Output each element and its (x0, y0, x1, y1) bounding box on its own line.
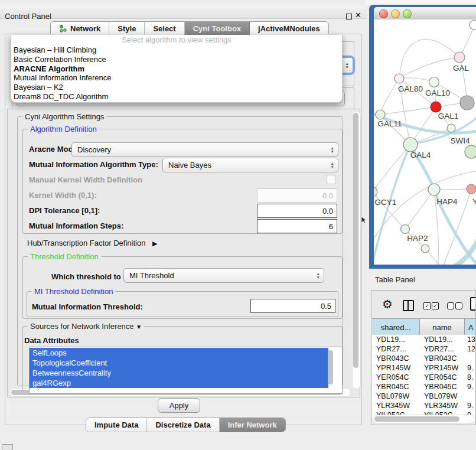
network-node[interactable] (454, 52, 465, 63)
dropdown-item[interactable]: Basic Correlation Inference (11, 55, 342, 64)
tab-cyni-toolbox[interactable]: Cyni Toolbox (185, 22, 250, 35)
table-panel-window: ⚙ ✓ ✓ shared... name A YDL19... YDL19...… (371, 290, 476, 425)
tab-style[interactable]: Style (109, 22, 145, 35)
tab-jactivemnodules-label: jActiveMNodules (258, 24, 320, 33)
data-attributes-list[interactable]: SelfLoops TopologicalCoefficient Between… (29, 347, 343, 394)
aracne-mode-combobox[interactable]: Discovery ▲▼ (71, 142, 338, 157)
cell: YER054C (420, 373, 465, 381)
select-all-checkbox-icon[interactable]: ✓ (432, 302, 439, 309)
dropdown-item-selected[interactable]: ARACNE Algorithm (11, 64, 342, 74)
network-node[interactable] (421, 244, 429, 253)
column-header-shared-name[interactable]: shared... (372, 319, 420, 335)
tab-infer-network[interactable]: Infer Network (220, 418, 285, 432)
dropdown-item[interactable]: Mutual Information Inference (11, 73, 342, 83)
mi-type-combobox[interactable]: Naive Bayes ▲▼ (162, 158, 338, 172)
which-threshold-combobox[interactable]: MI Threshold ▲▼ (123, 268, 324, 283)
collapsed-panel-icon[interactable] (2, 444, 13, 450)
network-canvas[interactable]: GALGAL80GAL10GAL1GAL11SWI4GAL4GCY1HAP4YH… (374, 19, 476, 265)
list-item[interactable]: gal4RGexp (30, 378, 328, 388)
expand-right-icon[interactable]: ▶ (152, 240, 157, 247)
tab-network[interactable]: Network (51, 22, 109, 35)
close-window-icon[interactable] (379, 9, 388, 18)
manual-kernel-label: Manual Kernel Width Definition (29, 175, 142, 184)
table-row[interactable]: YBR043C YBR043C (372, 354, 476, 363)
cell: YBR043C (420, 354, 465, 363)
gear-icon[interactable]: ⚙ (382, 298, 393, 310)
network-node[interactable] (467, 184, 476, 194)
list-item[interactable]: SelfLoops (30, 348, 328, 358)
which-threshold-value: MI Threshold (129, 271, 174, 280)
table-row[interactable]: YPR145W YPR145W 9. (372, 363, 476, 373)
network-edge[interactable] (405, 190, 434, 229)
tab-infer-network-label: Infer Network (228, 420, 277, 429)
tab-impute-data[interactable]: Impute Data (86, 418, 147, 432)
zoom-window-icon[interactable] (403, 9, 412, 18)
collapse-down-icon[interactable]: ▼ (136, 324, 142, 330)
select-all-checkbox-icon[interactable]: ✓ (423, 302, 431, 309)
network-node[interactable] (470, 20, 476, 30)
tab-discretize-data[interactable]: Discretize Data (147, 418, 219, 432)
mi-threshold-field[interactable]: 0.5 (250, 299, 335, 313)
network-node[interactable] (465, 145, 476, 158)
cell: YLR345W (420, 402, 465, 410)
list-item[interactable]: TopologicalCoefficient (30, 358, 328, 368)
network-node[interactable] (395, 74, 404, 83)
mi-steps-label: Mutual Information Steps: (29, 221, 123, 230)
network-node[interactable] (431, 102, 441, 112)
deselect-checkbox-icon[interactable] (455, 302, 462, 309)
network-node[interactable] (374, 187, 377, 197)
network-node[interactable] (460, 96, 474, 110)
table-row[interactable]: YLR345W YLR345W 9. (372, 401, 476, 410)
network-node[interactable] (447, 124, 455, 132)
network-edge[interactable] (374, 171, 476, 243)
column-header-partial[interactable]: A (465, 319, 476, 335)
dropdown-item[interactable]: Dream8 DC_TDC Algorithm (11, 92, 342, 102)
network-edge[interactable] (380, 79, 399, 115)
dpi-tolerance-field[interactable]: 0.0 (257, 204, 337, 218)
kernel-width-value: 0.0 (322, 191, 333, 200)
table-row[interactable]: YDL19... YDL19... 13 (372, 335, 476, 344)
manual-kernel-checkbox[interactable] (327, 175, 336, 184)
cell: YDL19... (372, 335, 420, 344)
minimize-window-icon[interactable] (391, 9, 400, 18)
cell: YBR045C (420, 383, 465, 391)
settings-vertical-scrollbar[interactable] (352, 111, 361, 389)
table-row[interactable]: YDR27... YDR27... 12 (372, 344, 476, 354)
tab-select[interactable]: Select (145, 22, 184, 35)
network-node[interactable] (376, 110, 385, 119)
mi-steps-field[interactable]: 6 (257, 219, 337, 233)
column-header-name[interactable]: name (420, 319, 465, 335)
list-item[interactable]: BetweennessCentrality (30, 368, 328, 378)
cell: YBL079W (372, 392, 420, 400)
dropdown-item[interactable]: Bayesian – Hill Climbing (11, 45, 342, 55)
columns-icon[interactable] (403, 300, 414, 311)
table-row[interactable]: YER054C YER054C 8. (372, 373, 476, 382)
network-node[interactable] (403, 138, 418, 152)
table-row[interactable]: YBL079W YBL079W (372, 392, 476, 401)
close-panel-icon[interactable]: ✕ (355, 11, 361, 19)
network-node[interactable] (429, 77, 439, 87)
network-graph[interactable]: GALGAL80GAL10GAL1GAL11SWI4GAL4GCY1HAP4YH… (374, 19, 476, 265)
table-horizontal-scrollbar[interactable] (373, 415, 475, 423)
cell: YER054C (372, 373, 420, 381)
list-scrollbar-thumb[interactable] (328, 350, 333, 384)
table-row[interactable]: YBR045C YBR045C 9. (372, 382, 476, 392)
kernel-width-field[interactable]: 0.0 (257, 188, 337, 203)
cell: YBL079W (420, 392, 465, 400)
apply-button[interactable]: Apply (158, 398, 200, 413)
hub-definition-toggle[interactable]: Hub/Transcription Factor Definition ▶ (27, 239, 157, 247)
deselect-checkbox-icon[interactable] (447, 302, 454, 309)
network-edge[interactable] (374, 145, 410, 192)
settings-vertical-scrollbar-thumb[interactable] (353, 113, 358, 368)
export-file-icon[interactable] (470, 297, 476, 311)
network-window-titlebar[interactable] (374, 7, 476, 20)
table-body: YDL19... YDL19... 13 YDR27... YDR27... 1… (372, 335, 476, 420)
tab-jactivemnodules[interactable]: jActiveMNodules (250, 22, 328, 35)
network-edge[interactable] (399, 57, 459, 79)
network-edge[interactable] (380, 107, 436, 115)
network-node[interactable] (401, 225, 410, 234)
float-window-button[interactable] (346, 14, 352, 19)
table-horizontal-scrollbar-thumb[interactable] (374, 416, 459, 422)
network-node[interactable] (428, 184, 440, 195)
dropdown-item[interactable]: Bayesian – K2 (11, 83, 342, 92)
